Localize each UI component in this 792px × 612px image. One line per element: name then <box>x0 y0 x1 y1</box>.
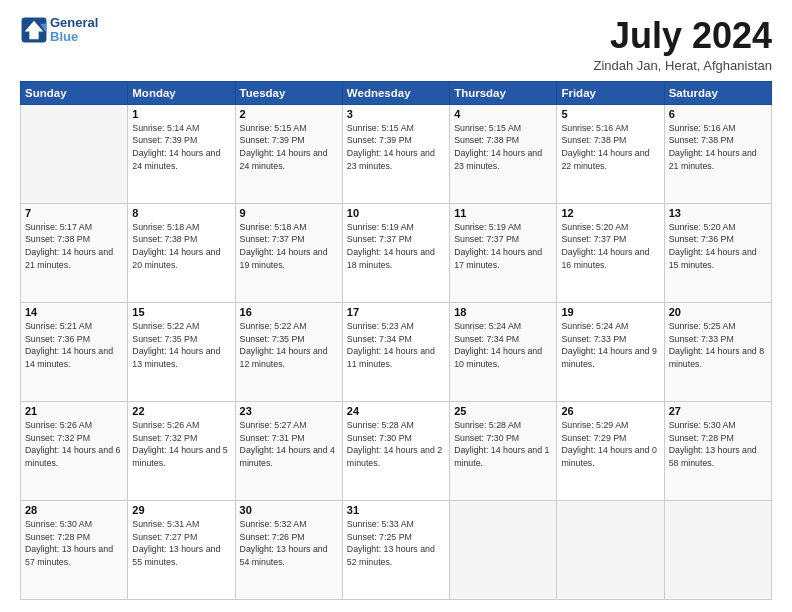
calendar-cell: 17Sunrise: 5:23 AM Sunset: 7:34 PM Dayli… <box>342 302 449 401</box>
day-info: Sunrise: 5:17 AM Sunset: 7:38 PM Dayligh… <box>25 221 123 272</box>
calendar-cell: 13Sunrise: 5:20 AM Sunset: 7:36 PM Dayli… <box>664 203 771 302</box>
page: General Blue July 2024 Zindah Jan, Herat… <box>0 0 792 612</box>
day-info: Sunrise: 5:24 AM Sunset: 7:33 PM Dayligh… <box>561 320 659 371</box>
day-number: 4 <box>454 108 552 120</box>
day-number: 18 <box>454 306 552 318</box>
calendar-header-monday: Monday <box>128 81 235 104</box>
calendar-table: SundayMondayTuesdayWednesdayThursdayFrid… <box>20 81 772 600</box>
calendar-cell: 12Sunrise: 5:20 AM Sunset: 7:37 PM Dayli… <box>557 203 664 302</box>
day-info: Sunrise: 5:30 AM Sunset: 7:28 PM Dayligh… <box>669 419 767 470</box>
calendar-cell: 2Sunrise: 5:15 AM Sunset: 7:39 PM Daylig… <box>235 104 342 203</box>
month-title: July 2024 <box>593 16 772 56</box>
day-number: 19 <box>561 306 659 318</box>
day-number: 7 <box>25 207 123 219</box>
day-number: 11 <box>454 207 552 219</box>
calendar-header-sunday: Sunday <box>21 81 128 104</box>
day-info: Sunrise: 5:21 AM Sunset: 7:36 PM Dayligh… <box>25 320 123 371</box>
day-info: Sunrise: 5:22 AM Sunset: 7:35 PM Dayligh… <box>132 320 230 371</box>
day-info: Sunrise: 5:23 AM Sunset: 7:34 PM Dayligh… <box>347 320 445 371</box>
title-block: July 2024 Zindah Jan, Herat, Afghanistan <box>593 16 772 73</box>
calendar-cell: 27Sunrise: 5:30 AM Sunset: 7:28 PM Dayli… <box>664 401 771 500</box>
logo-icon <box>20 16 48 44</box>
calendar-cell: 31Sunrise: 5:33 AM Sunset: 7:25 PM Dayli… <box>342 500 449 599</box>
calendar-cell: 28Sunrise: 5:30 AM Sunset: 7:28 PM Dayli… <box>21 500 128 599</box>
day-info: Sunrise: 5:18 AM Sunset: 7:38 PM Dayligh… <box>132 221 230 272</box>
calendar-cell <box>664 500 771 599</box>
day-number: 8 <box>132 207 230 219</box>
day-info: Sunrise: 5:24 AM Sunset: 7:34 PM Dayligh… <box>454 320 552 371</box>
calendar-cell: 21Sunrise: 5:26 AM Sunset: 7:32 PM Dayli… <box>21 401 128 500</box>
day-number: 5 <box>561 108 659 120</box>
location: Zindah Jan, Herat, Afghanistan <box>593 58 772 73</box>
day-info: Sunrise: 5:28 AM Sunset: 7:30 PM Dayligh… <box>347 419 445 470</box>
calendar-cell: 3Sunrise: 5:15 AM Sunset: 7:39 PM Daylig… <box>342 104 449 203</box>
calendar-cell: 29Sunrise: 5:31 AM Sunset: 7:27 PM Dayli… <box>128 500 235 599</box>
day-info: Sunrise: 5:26 AM Sunset: 7:32 PM Dayligh… <box>132 419 230 470</box>
day-info: Sunrise: 5:15 AM Sunset: 7:39 PM Dayligh… <box>240 122 338 173</box>
day-info: Sunrise: 5:20 AM Sunset: 7:36 PM Dayligh… <box>669 221 767 272</box>
day-number: 25 <box>454 405 552 417</box>
calendar-cell <box>450 500 557 599</box>
day-number: 29 <box>132 504 230 516</box>
day-number: 9 <box>240 207 338 219</box>
day-number: 28 <box>25 504 123 516</box>
calendar-cell: 8Sunrise: 5:18 AM Sunset: 7:38 PM Daylig… <box>128 203 235 302</box>
calendar-week-2: 7Sunrise: 5:17 AM Sunset: 7:38 PM Daylig… <box>21 203 772 302</box>
day-info: Sunrise: 5:16 AM Sunset: 7:38 PM Dayligh… <box>669 122 767 173</box>
calendar-cell: 11Sunrise: 5:19 AM Sunset: 7:37 PM Dayli… <box>450 203 557 302</box>
calendar-week-1: 1Sunrise: 5:14 AM Sunset: 7:39 PM Daylig… <box>21 104 772 203</box>
calendar-cell: 30Sunrise: 5:32 AM Sunset: 7:26 PM Dayli… <box>235 500 342 599</box>
calendar-cell: 7Sunrise: 5:17 AM Sunset: 7:38 PM Daylig… <box>21 203 128 302</box>
day-number: 22 <box>132 405 230 417</box>
day-info: Sunrise: 5:30 AM Sunset: 7:28 PM Dayligh… <box>25 518 123 569</box>
day-number: 1 <box>132 108 230 120</box>
calendar-cell: 10Sunrise: 5:19 AM Sunset: 7:37 PM Dayli… <box>342 203 449 302</box>
day-number: 10 <box>347 207 445 219</box>
calendar-header-friday: Friday <box>557 81 664 104</box>
day-info: Sunrise: 5:32 AM Sunset: 7:26 PM Dayligh… <box>240 518 338 569</box>
day-number: 21 <box>25 405 123 417</box>
calendar-cell: 24Sunrise: 5:28 AM Sunset: 7:30 PM Dayli… <box>342 401 449 500</box>
day-number: 26 <box>561 405 659 417</box>
calendar-cell: 15Sunrise: 5:22 AM Sunset: 7:35 PM Dayli… <box>128 302 235 401</box>
calendar-cell: 16Sunrise: 5:22 AM Sunset: 7:35 PM Dayli… <box>235 302 342 401</box>
day-info: Sunrise: 5:22 AM Sunset: 7:35 PM Dayligh… <box>240 320 338 371</box>
calendar-cell <box>557 500 664 599</box>
day-info: Sunrise: 5:15 AM Sunset: 7:39 PM Dayligh… <box>347 122 445 173</box>
calendar-cell: 26Sunrise: 5:29 AM Sunset: 7:29 PM Dayli… <box>557 401 664 500</box>
day-number: 12 <box>561 207 659 219</box>
day-info: Sunrise: 5:26 AM Sunset: 7:32 PM Dayligh… <box>25 419 123 470</box>
calendar-week-5: 28Sunrise: 5:30 AM Sunset: 7:28 PM Dayli… <box>21 500 772 599</box>
calendar-cell: 22Sunrise: 5:26 AM Sunset: 7:32 PM Dayli… <box>128 401 235 500</box>
calendar-cell: 18Sunrise: 5:24 AM Sunset: 7:34 PM Dayli… <box>450 302 557 401</box>
day-info: Sunrise: 5:14 AM Sunset: 7:39 PM Dayligh… <box>132 122 230 173</box>
day-number: 16 <box>240 306 338 318</box>
day-number: 6 <box>669 108 767 120</box>
calendar-week-4: 21Sunrise: 5:26 AM Sunset: 7:32 PM Dayli… <box>21 401 772 500</box>
day-number: 24 <box>347 405 445 417</box>
logo: General Blue <box>20 16 98 45</box>
day-info: Sunrise: 5:25 AM Sunset: 7:33 PM Dayligh… <box>669 320 767 371</box>
day-info: Sunrise: 5:15 AM Sunset: 7:38 PM Dayligh… <box>454 122 552 173</box>
day-number: 14 <box>25 306 123 318</box>
calendar-cell: 5Sunrise: 5:16 AM Sunset: 7:38 PM Daylig… <box>557 104 664 203</box>
day-info: Sunrise: 5:19 AM Sunset: 7:37 PM Dayligh… <box>347 221 445 272</box>
logo-line2: Blue <box>50 29 78 44</box>
day-info: Sunrise: 5:27 AM Sunset: 7:31 PM Dayligh… <box>240 419 338 470</box>
day-info: Sunrise: 5:33 AM Sunset: 7:25 PM Dayligh… <box>347 518 445 569</box>
day-info: Sunrise: 5:31 AM Sunset: 7:27 PM Dayligh… <box>132 518 230 569</box>
day-number: 13 <box>669 207 767 219</box>
header: General Blue July 2024 Zindah Jan, Herat… <box>20 16 772 73</box>
calendar-cell <box>21 104 128 203</box>
calendar-cell: 9Sunrise: 5:18 AM Sunset: 7:37 PM Daylig… <box>235 203 342 302</box>
calendar-cell: 1Sunrise: 5:14 AM Sunset: 7:39 PM Daylig… <box>128 104 235 203</box>
calendar-cell: 19Sunrise: 5:24 AM Sunset: 7:33 PM Dayli… <box>557 302 664 401</box>
calendar-header-thursday: Thursday <box>450 81 557 104</box>
calendar-cell: 4Sunrise: 5:15 AM Sunset: 7:38 PM Daylig… <box>450 104 557 203</box>
calendar-header-saturday: Saturday <box>664 81 771 104</box>
calendar-cell: 20Sunrise: 5:25 AM Sunset: 7:33 PM Dayli… <box>664 302 771 401</box>
day-number: 2 <box>240 108 338 120</box>
day-number: 17 <box>347 306 445 318</box>
day-number: 20 <box>669 306 767 318</box>
day-number: 15 <box>132 306 230 318</box>
